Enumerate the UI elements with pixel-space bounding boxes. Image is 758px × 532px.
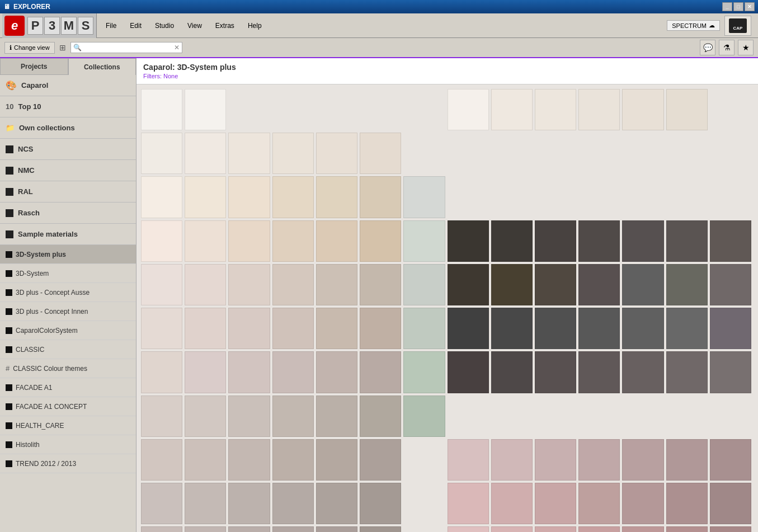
color-swatch[interactable] <box>141 439 182 481</box>
sidebar-item-caparol[interactable]: 🎨 Caparol <box>0 75 136 96</box>
color-swatch[interactable] <box>316 133 357 174</box>
color-swatch[interactable] <box>491 220 533 262</box>
color-swatch[interactable] <box>491 133 533 174</box>
color-swatch[interactable] <box>360 483 401 524</box>
color-swatch[interactable] <box>360 308 401 349</box>
color-swatch[interactable] <box>360 351 401 393</box>
color-swatch[interactable] <box>360 396 401 437</box>
color-swatch[interactable] <box>316 351 357 393</box>
color-swatch[interactable] <box>141 351 182 393</box>
color-swatch[interactable] <box>272 264 314 305</box>
search-input[interactable] <box>84 44 174 51</box>
color-swatch[interactable] <box>141 526 182 532</box>
collection-item-facade-a1[interactable]: FACADE A1 <box>0 378 136 397</box>
color-swatch[interactable] <box>141 483 182 524</box>
color-swatch[interactable] <box>403 176 445 218</box>
color-swatch[interactable] <box>316 483 357 524</box>
color-swatch[interactable] <box>141 264 182 305</box>
color-swatch[interactable] <box>403 396 445 437</box>
color-swatch[interactable] <box>622 176 663 218</box>
color-swatch[interactable] <box>491 89 533 130</box>
color-swatch[interactable] <box>666 176 708 218</box>
tab-projects[interactable]: Projects <box>0 58 68 75</box>
color-swatch[interactable] <box>622 483 663 524</box>
menu-help[interactable]: Help <box>246 21 264 31</box>
color-swatch[interactable] <box>228 526 270 532</box>
color-swatch[interactable] <box>448 176 489 218</box>
color-swatch[interactable] <box>228 176 270 218</box>
color-swatch[interactable] <box>228 89 270 130</box>
color-swatch[interactable] <box>666 526 708 532</box>
color-swatch[interactable] <box>141 396 182 437</box>
color-swatch[interactable] <box>710 351 751 393</box>
collection-item-caparol-color[interactable]: CaparolColorSystem <box>0 321 136 340</box>
color-swatch[interactable] <box>535 89 576 130</box>
color-swatch[interactable] <box>403 483 445 524</box>
color-swatch[interactable] <box>578 396 620 437</box>
color-swatch[interactable] <box>403 220 445 262</box>
color-swatch[interactable] <box>316 396 357 437</box>
color-swatch[interactable] <box>578 176 620 218</box>
color-swatch[interactable] <box>448 439 489 481</box>
color-swatch[interactable] <box>228 396 270 437</box>
color-swatch[interactable] <box>141 176 182 218</box>
sidebar-item-top10[interactable]: 10 Top 10 <box>0 96 136 117</box>
color-swatch[interactable] <box>535 264 576 305</box>
color-swatch[interactable] <box>403 308 445 349</box>
color-swatch[interactable] <box>622 264 663 305</box>
color-swatch[interactable] <box>666 351 708 393</box>
color-swatch[interactable] <box>666 89 708 130</box>
color-swatch[interactable] <box>228 220 270 262</box>
filter-button[interactable]: ⚗ <box>719 40 735 55</box>
color-swatch[interactable] <box>578 89 620 130</box>
color-swatch[interactable] <box>141 308 182 349</box>
color-swatch[interactable] <box>622 308 663 349</box>
color-swatch[interactable] <box>185 264 226 305</box>
color-swatch[interactable] <box>316 89 357 130</box>
color-swatch[interactable] <box>185 439 226 481</box>
color-swatch[interactable] <box>228 308 270 349</box>
color-swatch[interactable] <box>448 308 489 349</box>
color-swatch[interactable] <box>228 439 270 481</box>
color-swatch[interactable] <box>185 133 226 174</box>
color-swatch[interactable] <box>185 89 226 130</box>
color-swatch[interactable] <box>622 351 663 393</box>
menu-extras[interactable]: Extras <box>213 21 237 31</box>
color-swatch[interactable] <box>316 264 357 305</box>
collection-item-facade-a1-concept[interactable]: FACADE A1 CONCEPT <box>0 397 136 416</box>
favorites-button[interactable]: ★ <box>738 40 754 55</box>
menu-edit[interactable]: Edit <box>128 21 144 31</box>
color-swatch[interactable] <box>316 526 357 532</box>
color-swatch[interactable] <box>448 526 489 532</box>
color-swatch[interactable] <box>272 351 314 393</box>
color-swatch[interactable] <box>578 526 620 532</box>
color-swatch[interactable] <box>316 439 357 481</box>
color-swatch[interactable] <box>228 133 270 174</box>
color-swatch[interactable] <box>710 439 751 481</box>
color-swatch[interactable] <box>666 133 708 174</box>
color-swatch[interactable] <box>535 176 576 218</box>
sidebar-item-own-collections[interactable]: 📁 Own collections <box>0 117 136 139</box>
color-swatch[interactable] <box>666 396 708 437</box>
color-swatch[interactable] <box>622 439 663 481</box>
comment-button[interactable]: 💬 <box>700 40 715 55</box>
color-swatch[interactable] <box>666 483 708 524</box>
color-swatch[interactable] <box>622 89 663 130</box>
color-swatch[interactable] <box>272 133 314 174</box>
color-swatch[interactable] <box>535 220 576 262</box>
color-swatch[interactable] <box>666 439 708 481</box>
collection-item-trend[interactable]: TREND 2012 / 2013 <box>0 454 136 473</box>
color-swatch[interactable] <box>228 351 270 393</box>
color-swatch[interactable] <box>710 483 751 524</box>
sidebar-item-ncs[interactable]: NCS <box>0 139 136 160</box>
color-swatch[interactable] <box>710 176 751 218</box>
color-swatch[interactable] <box>710 133 751 174</box>
collection-item-health-care[interactable]: HEALTH_CARE <box>0 416 136 435</box>
color-swatch[interactable] <box>535 351 576 393</box>
color-swatch[interactable] <box>491 176 533 218</box>
collection-item-3d-system[interactable]: 3D-System <box>0 264 136 283</box>
color-swatch[interactable] <box>360 439 401 481</box>
color-swatch[interactable] <box>360 89 401 130</box>
color-swatch[interactable] <box>403 264 445 305</box>
color-swatch[interactable] <box>448 483 489 524</box>
